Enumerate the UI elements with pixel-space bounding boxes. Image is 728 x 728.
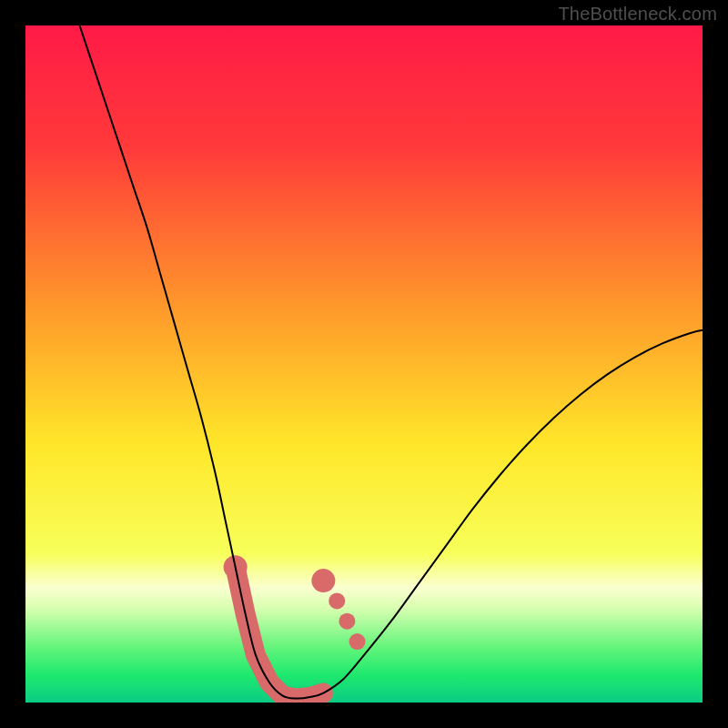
highlight-dot [349,633,366,650]
highlight-dot [339,613,355,630]
outer-frame: TheBottleneck.com [0,0,728,728]
watermark-text: TheBottleneck.com [558,4,717,25]
gradient-background [25,25,703,703]
chart-svg [25,25,703,703]
highlight-end-dot [311,569,335,592]
highlight-dot [329,592,345,609]
plot-area [25,25,703,703]
